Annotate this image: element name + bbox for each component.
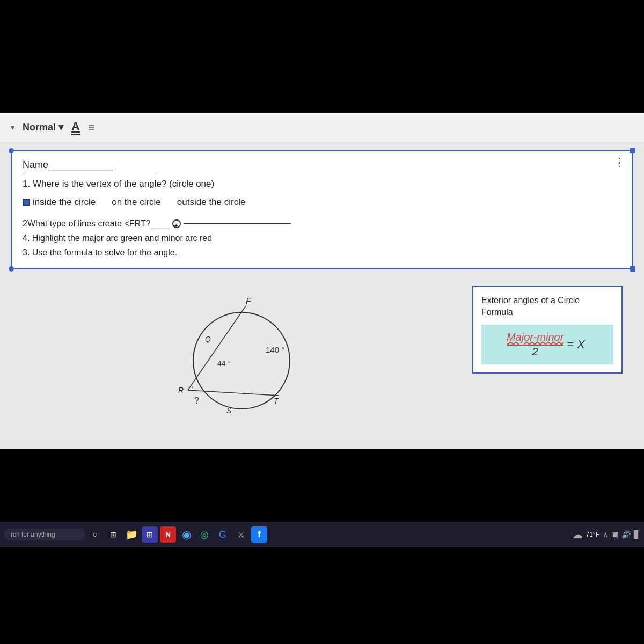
circle-diagram: F Q R → S T 140 ° 44 ° ?: [166, 291, 317, 430]
name-field: Name____________: [23, 159, 157, 172]
formula-box: Exterior angles of a Circle Formula Majo…: [472, 286, 623, 374]
font-format-a[interactable]: A: [71, 120, 80, 135]
choice-inside[interactable]: inside the circle: [23, 197, 96, 208]
label-q: Q: [205, 335, 211, 343]
taskbar-grid-icon[interactable]: ⊞: [142, 526, 158, 543]
taskbar-desktop-icon[interactable]: ⊞: [105, 526, 121, 543]
formula-inner: Major-minor 2 = X: [481, 325, 613, 364]
formula-fraction: Major-minor 2: [507, 331, 564, 358]
formula-title: Exterior angles of a Circle Formula: [481, 295, 613, 319]
corner-handle-tl[interactable]: [9, 148, 14, 153]
taskbar-battery-icon: ▊: [634, 530, 640, 539]
label-s: S: [226, 406, 232, 415]
corner-handle-br[interactable]: [630, 266, 635, 272]
question-2-line: 2What type of lines create <FRT?____: [23, 216, 621, 231]
taskbar-shield-icon[interactable]: ⚔: [233, 526, 249, 543]
main-content-area: ⋮ Name____________ 1. Where is the verte…: [0, 142, 644, 449]
label-f: F: [246, 297, 252, 306]
formula-numerator: Major-minor: [507, 331, 564, 346]
taskbar-browser-icon[interactable]: ◉: [178, 526, 194, 543]
toolbar-dropdown-arrow[interactable]: ▾: [11, 123, 14, 131]
r-arrow: →: [187, 382, 195, 391]
formula-equals: = X: [567, 338, 585, 352]
taskbar-facebook-icon[interactable]: f: [251, 526, 267, 543]
formula-denominator: 2: [532, 346, 538, 358]
svg-line-2: [188, 390, 279, 396]
top-black-area: [0, 0, 644, 113]
taskbar-speaker-icon: 🔊: [621, 530, 631, 539]
label-t: T: [274, 397, 279, 405]
taskbar-search-text: rch for anything: [11, 531, 55, 538]
taskbar-spotify-icon[interactable]: ◎: [196, 526, 213, 543]
taskbar-folder-icon[interactable]: 📁: [123, 526, 140, 543]
question-1-text: 1. Where is the vertex of the angle? (ci…: [23, 179, 621, 189]
taskbar-right-area: ☁ 71°F ∧ ▣ 🔊 ▊: [572, 528, 640, 541]
doc-box-menu-button[interactable]: ⋮: [613, 156, 626, 170]
choice-outside[interactable]: outside the circle: [177, 197, 246, 208]
choice-inside-label: inside the circle: [33, 197, 96, 208]
question-3-text: 3. Use the formula to solve for the angl…: [23, 245, 621, 260]
checkbox-inside[interactable]: [23, 199, 30, 206]
choice-on[interactable]: on the circle: [112, 197, 161, 208]
taskbar-search-box[interactable]: rch for anything: [4, 529, 85, 540]
taskbar-temperature: 71°F: [586, 531, 599, 538]
corner-handle-bl[interactable]: [9, 266, 14, 272]
cursor-icon: [172, 219, 181, 228]
question-2-text: 2What type of lines create <FRT?____: [23, 216, 170, 231]
taskbar-chevron-icon[interactable]: ∧: [603, 530, 608, 539]
angle-140-label: 140 °: [266, 345, 284, 354]
taskbar-cloud-icon: ☁: [572, 528, 583, 541]
question-4-text: 4. Highlight the major arc green and min…: [23, 231, 621, 245]
question-mark-label: ?: [194, 396, 199, 405]
diagram-area: F Q R → S T 140 ° 44 ° ?: [21, 286, 462, 436]
choice-on-label: on the circle: [112, 197, 161, 208]
lower-section: F Q R → S T 140 ° 44 ° ? Exterior angles…: [11, 280, 633, 441]
toolbar: ▾ Normal ▾ A ≡: [0, 113, 644, 142]
taskbar-chrome-icon[interactable]: G: [215, 526, 231, 543]
normal-style-dropdown[interactable]: Normal ▾: [23, 121, 63, 133]
taskbar: rch for anything ○ ⊞ 📁 ⊞ N ◉ ◎ G ⚔ f ☁ 7…: [0, 522, 644, 547]
document-box: ⋮ Name____________ 1. Where is the verte…: [11, 150, 633, 269]
questions-block: 2What type of lines create <FRT?____ 4. …: [23, 216, 621, 260]
taskbar-search-icon[interactable]: ○: [87, 526, 103, 543]
paragraph-format-button[interactable]: ≡: [88, 120, 95, 134]
answer-line-q2: [184, 223, 291, 224]
taskbar-monitor-icon: ▣: [611, 530, 618, 539]
choice-outside-label: outside the circle: [177, 197, 246, 208]
angle-44-label: 44 °: [217, 359, 231, 368]
taskbar-n-icon[interactable]: N: [160, 526, 176, 543]
corner-handle-tr[interactable]: [630, 148, 635, 153]
choices-row: inside the circle on the circle outside …: [23, 197, 621, 208]
label-r: R: [178, 386, 184, 394]
